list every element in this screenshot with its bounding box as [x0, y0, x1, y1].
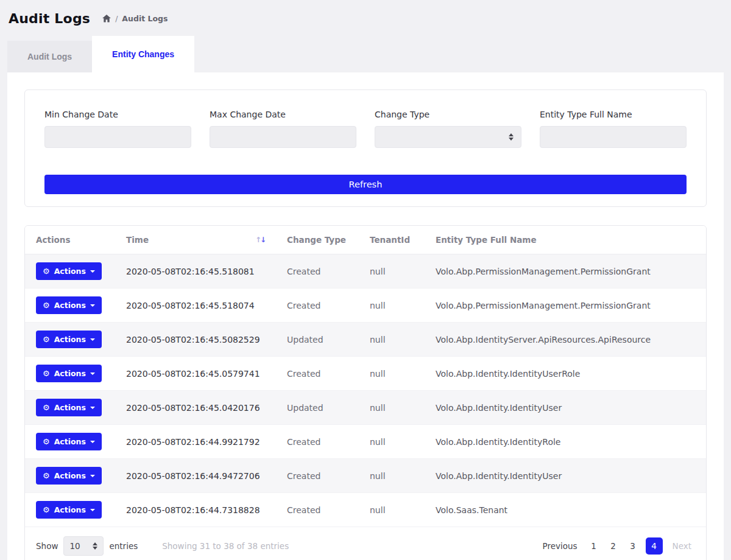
cell-change-type: Created — [276, 459, 359, 493]
tab-entity-changes[interactable]: Entity Changes — [92, 36, 194, 72]
cell-time: 2020-05-08T02:16:45.518081 — [115, 254, 276, 289]
cell-entity-type: Volo.Abp.IdentityServer.ApiResources.Api… — [425, 323, 706, 357]
row-actions-button[interactable]: ⚙ Actions — [36, 296, 102, 314]
pagination-page-2[interactable]: 2 — [607, 539, 620, 553]
caret-down-icon — [90, 304, 95, 307]
column-header-entity-type: Entity Type Full Name — [425, 226, 706, 254]
table-row: ⚙ Actions 2020-05-08T02:16:45.0579741 Cr… — [25, 357, 706, 391]
gear-icon: ⚙ — [43, 301, 50, 309]
page-size-select[interactable]: 10 — [63, 536, 104, 556]
cell-actions: ⚙ Actions — [25, 357, 115, 391]
cell-actions: ⚙ Actions — [25, 493, 115, 527]
filter-grid: Min Change Date Max Change Date Change T… — [44, 110, 687, 148]
table-row: ⚙ Actions 2020-05-08T02:16:45.0420176 Up… — [25, 391, 706, 425]
refresh-button[interactable]: Refresh — [44, 175, 687, 194]
filter-card: Min Change Date Max Change Date Change T… — [24, 89, 707, 207]
cell-change-type: Created — [276, 254, 359, 289]
change-type-select[interactable] — [375, 126, 521, 148]
min-change-date-input[interactable] — [44, 126, 191, 148]
max-change-date-input[interactable] — [210, 126, 356, 148]
entity-type-label: Entity Type Full Name — [540, 110, 687, 119]
pagination-page-4-active[interactable]: 4 — [646, 537, 663, 555]
gear-icon: ⚙ — [43, 335, 50, 343]
column-header-time-label: Time — [126, 235, 149, 245]
cell-actions: ⚙ Actions — [25, 254, 115, 289]
cell-change-type: Updated — [276, 391, 359, 425]
row-actions-button[interactable]: ⚙ Actions — [36, 501, 102, 519]
cell-actions: ⚙ Actions — [25, 425, 115, 459]
filter-field-entity-type: Entity Type Full Name — [540, 110, 687, 148]
pagination: Previous 1 2 3 4 Next — [539, 537, 695, 555]
gear-icon: ⚙ — [43, 438, 50, 446]
show-label: Show — [36, 541, 58, 551]
page-size-value: 10 — [69, 541, 80, 551]
sort-icon[interactable]: ↑↓ — [255, 236, 265, 244]
cell-change-type: Created — [276, 493, 359, 527]
row-actions-label: Actions — [54, 267, 86, 276]
cell-time: 2020-05-08T02:16:45.0579741 — [115, 357, 276, 391]
cell-actions: ⚙ Actions — [25, 459, 115, 493]
cell-entity-type: Volo.Abp.Identity.IdentityUserRole — [425, 357, 706, 391]
pagination-page-1[interactable]: 1 — [587, 539, 601, 553]
gear-icon: ⚙ — [43, 369, 50, 377]
caret-down-icon — [90, 338, 95, 341]
cell-change-type: Created — [276, 289, 359, 323]
row-actions-button[interactable]: ⚙ Actions — [36, 365, 102, 382]
cell-time: 2020-05-08T02:16:44.7318828 — [115, 493, 276, 527]
gear-icon: ⚙ — [43, 267, 50, 275]
row-actions-label: Actions — [54, 471, 86, 480]
cell-tenant-id: null — [359, 391, 425, 425]
breadcrumb-current: Audit Logs — [122, 14, 168, 23]
table-row: ⚙ Actions 2020-05-08T02:16:44.9472706 Cr… — [25, 459, 706, 493]
cell-entity-type: Volo.Abp.Identity.IdentityRole — [425, 425, 706, 459]
caret-down-icon — [90, 407, 95, 409]
main-content: Audit Logs Entity Changes Min Change Dat… — [7, 36, 724, 560]
pagination-next[interactable]: Next — [669, 539, 695, 553]
caret-down-icon — [90, 475, 95, 477]
entity-type-input[interactable] — [540, 126, 687, 148]
showing-entries-text: Showing 31 to 38 of 38 entries — [162, 541, 289, 551]
column-header-change-type: Change Type — [276, 226, 359, 254]
row-actions-button[interactable]: ⚙ Actions — [36, 467, 102, 485]
cell-tenant-id: null — [359, 323, 425, 357]
tab-panel: Min Change Date Max Change Date Change T… — [7, 72, 724, 560]
max-change-date-label: Max Change Date — [210, 110, 356, 119]
cell-tenant-id: null — [359, 289, 425, 323]
cell-time: 2020-05-08T02:16:44.9472706 — [115, 459, 276, 493]
row-actions-label: Actions — [54, 403, 86, 412]
row-actions-label: Actions — [54, 437, 86, 446]
table-row: ⚙ Actions 2020-05-08T02:16:45.518081 Cre… — [25, 254, 706, 289]
page-size-updown-icon — [93, 542, 97, 550]
page-header: Audit Logs / Audit Logs — [0, 0, 731, 36]
cell-time: 2020-05-08T02:16:45.5082529 — [115, 323, 276, 357]
gear-icon: ⚙ — [43, 506, 50, 514]
tab-audit-logs[interactable]: Audit Logs — [7, 41, 92, 72]
cell-change-type: Updated — [276, 323, 359, 357]
table-footer: Show 10 entries Showing 31 to 38 of 38 e… — [25, 527, 706, 560]
entries-label: entries — [109, 541, 138, 551]
row-actions-button[interactable]: ⚙ Actions — [36, 399, 102, 416]
select-updown-icon — [509, 133, 514, 141]
cell-entity-type: Volo.Abp.PermissionManagement.Permission… — [425, 254, 706, 289]
home-icon[interactable] — [102, 15, 111, 23]
page-title: Audit Logs — [9, 11, 90, 26]
cell-entity-type: Volo.Abp.PermissionManagement.Permission… — [425, 289, 706, 323]
cell-time: 2020-05-08T02:16:45.518074 — [115, 289, 276, 323]
row-actions-button[interactable]: ⚙ Actions — [36, 262, 102, 280]
column-header-time[interactable]: Time ↑↓ — [115, 226, 276, 254]
min-change-date-label: Min Change Date — [44, 110, 191, 119]
row-actions-label: Actions — [54, 369, 86, 378]
row-actions-button[interactable]: ⚙ Actions — [36, 433, 102, 450]
cell-tenant-id: null — [359, 425, 425, 459]
cell-time: 2020-05-08T02:16:44.9921792 — [115, 425, 276, 459]
cell-tenant-id: null — [359, 254, 425, 289]
gear-icon: ⚙ — [43, 472, 50, 480]
row-actions-button[interactable]: ⚙ Actions — [36, 331, 102, 348]
pagination-previous[interactable]: Previous — [539, 539, 581, 553]
table-card: Actions Time ↑↓ Change Type TenantId Ent… — [24, 225, 707, 560]
cell-actions: ⚙ Actions — [25, 289, 115, 323]
row-actions-label: Actions — [54, 505, 86, 514]
pagination-page-3[interactable]: 3 — [626, 539, 640, 553]
cell-tenant-id: null — [359, 493, 425, 527]
caret-down-icon — [90, 441, 95, 443]
